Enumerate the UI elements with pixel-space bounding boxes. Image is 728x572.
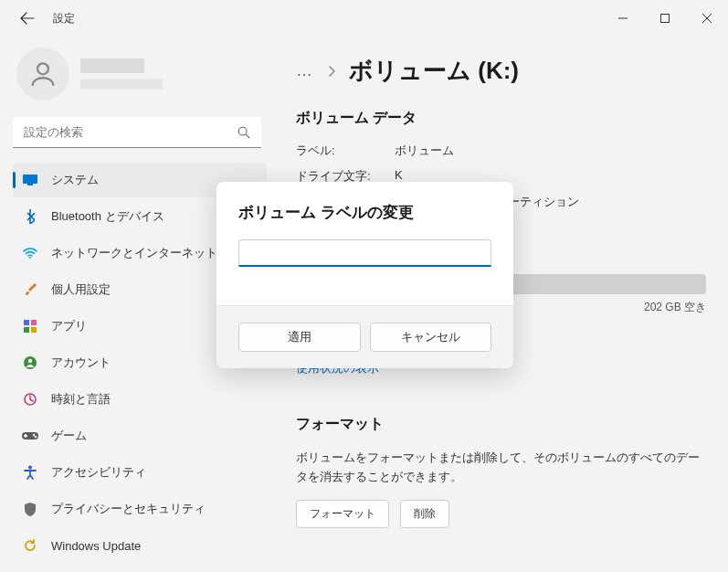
- cancel-button[interactable]: キャンセル: [370, 323, 492, 352]
- rename-volume-dialog: ボリューム ラベルの変更 適用 キャンセル: [216, 182, 513, 368]
- apply-button[interactable]: 適用: [238, 323, 361, 352]
- volume-label-input[interactable]: [238, 239, 491, 267]
- dialog-title: ボリューム ラベルの変更: [238, 202, 491, 223]
